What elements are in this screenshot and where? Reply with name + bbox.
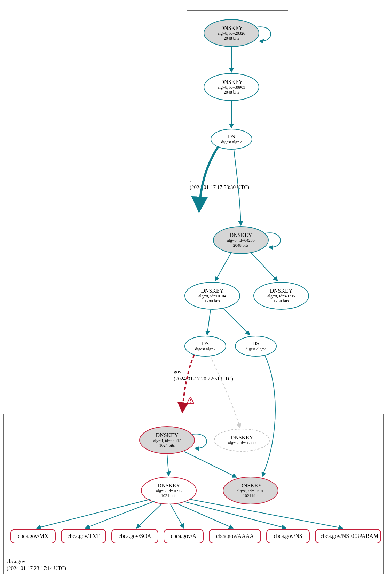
cbca-extra-node: DNSKEY alg=8, id=17576 1024 bits [223,477,278,504]
cbca-zsk-node: DNSKEY alg=8, id=1095 1024 bits [141,477,197,504]
zone-ts: (2024-01-17 23:17:14 UTC) [7,565,66,571]
node-line2: 1024 bits [161,494,176,499]
node-line1: digest alg=2 [221,140,242,145]
node-title: DNSKEY [270,288,293,294]
node-line2: 2048 bits [224,90,239,95]
node-line1: digest alg=2 [195,347,215,352]
zone-ts: (2024-01-17 20:22:51 UTC) [174,376,233,381]
rrset-nsec: cbca.gov/NSEC3PARAM [315,529,381,543]
zone-name: cbca.gov [7,558,25,564]
node-title: DNSKEY [231,435,253,441]
zone-root-label: . (2024-01-17 17:53:30 UTC) [190,177,249,191]
root-ksk-node: DNSKEY alg=8, id=20326 2048 bits [204,19,259,47]
gov-zsk1-node: DNSKEY alg=8, id=10104 1280 bits [184,282,240,310]
rrset-ns: cbca.gov/NS [266,529,310,543]
node-line2: 2048 bits [233,243,248,248]
cbca-ksk-node: DNSKEY alg=8, id=22547 1024 bits [139,426,195,454]
node-line1: alg=8, id=1095 [156,489,182,494]
root-ds-node: DS digest alg=2 [211,129,252,150]
node-title: DS [202,341,209,347]
rrset-a: cbca.gov/A [164,529,204,543]
node-title: DS [252,341,259,347]
node-line2: 1280 bits [274,299,289,304]
node-line1: alg=8, id=64280 [227,238,255,243]
node-line1: alg=8, id=49735 [267,294,295,299]
node-title: DNSKEY [158,483,180,489]
node-line2: 1280 bits [205,299,220,304]
warning-icon [187,397,194,404]
svg-point-2 [190,402,191,403]
node-line2: 1024 bits [243,494,258,499]
node-line1: alg=8, id=10104 [198,294,226,299]
rrset-txt: cbca.gov/TXT [61,529,106,543]
rrset-mx: cbca.gov/MX [10,529,56,543]
node-title: DNSKEY [239,483,262,489]
zone-cbca-label: cbca.gov (2024-01-17 23:17:14 UTC) [7,558,66,572]
zone-gov-label: gov (2024-01-17 20:22:51 UTC) [174,368,233,382]
zone-ts: (2024-01-17 17:53:30 UTC) [190,184,249,190]
node-line1: digest alg=2 [245,347,266,352]
cbca-grey-node: DNSKEY alg=8, id=56009 [214,429,270,452]
node-title: DS [228,134,235,140]
node-line1: alg=8, id=20326 [218,31,245,36]
zone-name: . [190,177,191,183]
rrset-aaaa: cbca.gov/AAAA [209,529,261,543]
node-title: DNSKEY [156,432,179,438]
zone-name: gov [174,369,182,374]
node-line2: 1024 bits [159,443,175,448]
node-line2: 2048 bits [224,36,239,41]
gov-ds1-node: DS digest alg=2 [184,336,226,357]
gov-ds2-node: DS digest alg=2 [235,336,277,357]
node-title: DNSKEY [220,25,243,31]
node-title: DNSKEY [230,232,252,238]
rrset-soa: cbca.gov/SOA [111,529,158,543]
gov-zsk2-node: DNSKEY alg=8, id=49735 1280 bits [253,282,309,310]
gov-ksk-node: DNSKEY alg=8, id=64280 2048 bits [213,226,269,254]
root-zsk-node: DNSKEY alg=8, id=30903 2048 bits [204,73,259,101]
node-line1: alg=8, id=17576 [237,489,264,494]
node-line1: alg=8, id=22547 [153,438,181,443]
node-line1: alg=8, id=56009 [228,441,256,446]
node-title: DNSKEY [220,79,243,85]
node-title: DNSKEY [201,288,224,294]
node-line1: alg=8, id=30903 [218,85,245,90]
